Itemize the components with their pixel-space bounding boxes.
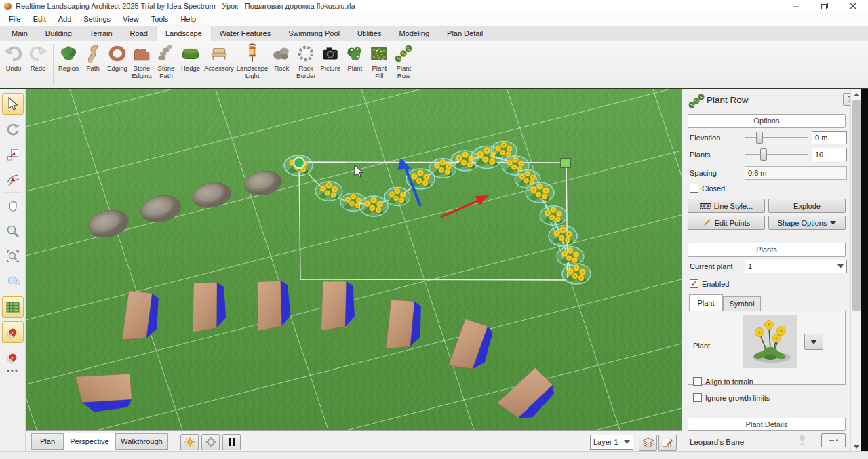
menu-bar: File Edit Add Settings View Tools Help xyxy=(0,12,868,26)
plants-input[interactable]: 10 xyxy=(812,148,847,161)
current-plant-select[interactable]: 1 xyxy=(745,260,847,273)
tab-water-features[interactable]: Water Features xyxy=(211,26,279,41)
menu-file[interactable]: File xyxy=(3,14,27,24)
explode-button[interactable]: Explode xyxy=(768,199,846,213)
edit-points-button[interactable]: Edit Points xyxy=(688,216,765,230)
enabled-checkbox[interactable]: ✓ xyxy=(690,279,698,288)
orbit-tool[interactable] xyxy=(2,271,24,292)
tab-swimming-pool[interactable]: Swimming Pool xyxy=(279,26,349,41)
rock-border-button[interactable]: Rock Border xyxy=(294,43,318,81)
scrollbar-thumb[interactable] xyxy=(852,100,861,311)
tab-landscape[interactable]: Landscape xyxy=(157,26,211,41)
rotate-tool[interactable] xyxy=(2,119,24,140)
minimize-button[interactable] xyxy=(791,1,802,11)
panel-scrollbar[interactable] xyxy=(850,89,861,452)
curve-tool[interactable] xyxy=(2,169,24,191)
curve-icon xyxy=(5,172,20,187)
path-button[interactable]: Path xyxy=(81,43,105,73)
plants-header-button[interactable]: Plants xyxy=(688,243,846,257)
tab-plant[interactable]: Plant xyxy=(689,294,723,311)
plant-row-icon xyxy=(393,43,414,64)
dash-icon xyxy=(829,440,834,441)
tab-building[interactable]: Building xyxy=(37,26,81,41)
tab-terrain[interactable]: Terrain xyxy=(81,26,121,41)
landscape-light-button[interactable]: Landscape Light xyxy=(235,43,269,81)
plant-preview[interactable] xyxy=(743,315,797,368)
layer-select[interactable]: Layer 1 xyxy=(590,435,633,450)
view-tab-plan[interactable]: Plan xyxy=(31,433,64,450)
menu-view[interactable]: View xyxy=(117,14,145,24)
render-settings-button[interactable] xyxy=(201,434,220,450)
stone-path-button[interactable]: Stone Path xyxy=(154,43,178,81)
perspective-view[interactable] xyxy=(26,89,682,430)
zoom-tool[interactable] xyxy=(2,220,24,242)
accessory-button[interactable]: Accessory xyxy=(203,43,235,73)
elevation-label: Elevation xyxy=(690,134,720,142)
plant-row-button[interactable]: Plant Row xyxy=(391,43,416,81)
region-button[interactable]: Region xyxy=(56,43,81,73)
rock-button[interactable]: Rock xyxy=(269,43,294,73)
menu-settings[interactable]: Settings xyxy=(77,14,117,24)
tab-modeling[interactable]: Modeling xyxy=(390,26,438,41)
menu-edit[interactable]: Edit xyxy=(27,14,52,24)
tab-plan-detail[interactable]: Plan Detail xyxy=(438,26,492,41)
scroll-up-arrow[interactable] xyxy=(851,89,862,100)
plant-button[interactable]: Plant xyxy=(342,43,367,73)
layers-button[interactable] xyxy=(639,435,657,451)
select-tool[interactable] xyxy=(2,93,24,115)
bottom-strip xyxy=(0,451,868,459)
maximize-button[interactable] xyxy=(819,1,830,11)
plant-picker-dropdown[interactable] xyxy=(804,334,823,350)
tab-road[interactable]: Road xyxy=(121,26,157,41)
more-tools[interactable]: ••• xyxy=(0,366,26,374)
pan-tool[interactable] xyxy=(2,195,24,216)
shape-options-button[interactable]: Shape Options xyxy=(768,216,846,230)
elevation-slider[interactable] xyxy=(745,131,808,144)
tab-utilities[interactable]: Utilities xyxy=(349,26,390,41)
tab-symbol[interactable]: Symbol xyxy=(723,296,761,311)
redo-icon xyxy=(28,43,48,64)
closed-label: Closed xyxy=(702,184,725,193)
plant-row-panel-icon xyxy=(688,92,705,110)
tab-main[interactable]: Main xyxy=(3,26,37,41)
view-tab-walkthrough[interactable]: Walkthrough xyxy=(115,433,168,450)
hedge-button[interactable]: Hedge xyxy=(178,43,203,73)
options-header-button[interactable]: Options xyxy=(688,114,846,128)
align-to-terrain-checkbox[interactable] xyxy=(693,377,702,386)
menu-add[interactable]: Add xyxy=(52,14,78,24)
magnifier-icon xyxy=(5,224,20,239)
close-button[interactable] xyxy=(848,1,859,11)
magnet-tool[interactable] xyxy=(2,346,24,368)
sun-icon xyxy=(184,437,195,447)
plant-variant-button[interactable] xyxy=(821,433,846,447)
undo-button[interactable]: Undo xyxy=(1,43,26,73)
pause-button[interactable] xyxy=(222,434,241,450)
menu-tools[interactable]: Tools xyxy=(145,14,175,24)
picture-button[interactable]: Picture xyxy=(318,43,342,73)
grid-tool[interactable] xyxy=(2,296,24,318)
app-window: Realtime Landscaping Architect 2025 Tria… xyxy=(0,0,868,459)
daylight-button[interactable] xyxy=(180,434,199,450)
red-direction-arrow xyxy=(441,195,489,217)
stone-edging-button[interactable]: Stone Edging xyxy=(130,43,154,81)
orbit-icon xyxy=(5,274,20,289)
closed-checkbox[interactable] xyxy=(690,184,698,193)
layer-edit-button[interactable] xyxy=(658,435,677,451)
plant-details-button[interactable]: Plant Details xyxy=(688,418,846,431)
plant-label: Plant xyxy=(693,342,710,350)
snap-magnet-tool[interactable] xyxy=(2,321,24,343)
view-tab-perspective[interactable]: Perspective xyxy=(64,433,115,450)
elevation-input[interactable]: 0 m xyxy=(812,131,847,144)
plant-fill-button[interactable]: Plant Fill xyxy=(367,43,391,81)
plants-slider[interactable] xyxy=(745,148,808,161)
redo-button[interactable]: Redo xyxy=(26,43,50,73)
ignore-growth-limits-checkbox[interactable] xyxy=(693,393,702,402)
scale-tool[interactable] xyxy=(2,144,24,165)
ribbon-tab-bar: Main Building Terrain Road Landscape Wat… xyxy=(0,26,868,41)
plant-row-panel: Plant Row ? Options Elevation 0 m Plants… xyxy=(682,89,850,452)
line-style-button[interactable]: Line Style... xyxy=(688,199,765,213)
zoom-region-tool[interactable] xyxy=(2,245,24,267)
grid-icon xyxy=(5,300,20,315)
edging-button[interactable]: Edging xyxy=(105,43,130,73)
menu-help[interactable]: Help xyxy=(174,14,202,24)
